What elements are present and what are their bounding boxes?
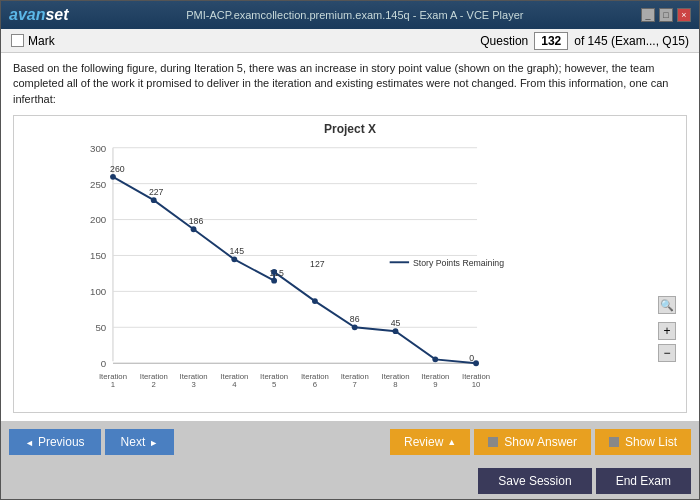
svg-text:7: 7 — [353, 381, 357, 390]
show-list-label: Show List — [625, 435, 677, 449]
svg-point-30 — [312, 298, 318, 304]
previous-button[interactable]: Previous — [9, 429, 101, 455]
question-number-box[interactable]: 132 — [534, 32, 568, 50]
svg-text:5: 5 — [272, 381, 276, 390]
svg-text:9: 9 — [433, 381, 437, 390]
chart-svg: 300 250 200 150 100 50 0 — [16, 138, 608, 410]
svg-point-28 — [271, 278, 277, 284]
window-controls: _ □ × — [641, 8, 691, 22]
question-total: of 145 (Exam..., Q15) — [574, 34, 689, 48]
prev-arrow-icon — [25, 435, 34, 449]
review-arrow-icon: ▲ — [447, 437, 456, 447]
next-label: Next — [121, 435, 146, 449]
next-button[interactable]: Next — [105, 429, 175, 455]
zoom-in-button[interactable]: + — [658, 322, 676, 340]
window-title: PMI-ACP.examcollection.premium.exam.145q… — [69, 9, 641, 21]
show-answer-button[interactable]: Show Answer — [474, 429, 591, 455]
svg-text:Iteration: Iteration — [260, 372, 288, 381]
svg-text:Iteration: Iteration — [220, 372, 248, 381]
zoom-out-button[interactable]: − — [658, 344, 676, 362]
review-button[interactable]: Review ▲ — [390, 429, 470, 455]
svg-text:Iteration: Iteration — [381, 372, 409, 381]
svg-point-33 — [432, 357, 438, 363]
svg-point-24 — [110, 174, 116, 180]
svg-text:6: 6 — [313, 381, 317, 390]
svg-text:3: 3 — [191, 381, 195, 390]
end-exam-button[interactable]: End Exam — [596, 468, 691, 494]
content-area: Based on the following figure, during It… — [1, 53, 699, 421]
app-window: avanset PMI-ACP.examcollection.premium.e… — [0, 0, 700, 500]
minimize-button[interactable]: _ — [641, 8, 655, 22]
svg-text:186: 186 — [189, 217, 204, 227]
bottom-action-bar: Previous Next Review ▲ Show Answer Show … — [1, 421, 699, 463]
zoom-controls: 🔍 + − — [658, 296, 676, 362]
bottom-session-bar: Save Session End Exam — [1, 463, 699, 499]
maximize-button[interactable]: □ — [659, 8, 673, 22]
mark-check[interactable] — [11, 34, 24, 47]
show-list-button[interactable]: Show List — [595, 429, 691, 455]
svg-text:4: 4 — [232, 381, 237, 390]
chart-container: Project X 300 250 200 150 100 — [13, 115, 687, 413]
svg-text:100: 100 — [90, 286, 107, 297]
mark-checkbox[interactable]: Mark — [11, 34, 55, 48]
question-number: 132 — [541, 34, 561, 48]
svg-text:Iteration: Iteration — [140, 372, 168, 381]
svg-point-34 — [473, 360, 479, 366]
show-answer-label: Show Answer — [504, 435, 577, 449]
svg-text:145: 145 — [229, 247, 244, 257]
search-icon[interactable]: 🔍 — [658, 296, 676, 314]
svg-text:260: 260 — [110, 164, 125, 174]
next-arrow-icon — [149, 435, 158, 449]
svg-point-29 — [271, 269, 277, 275]
show-list-icon — [609, 437, 619, 447]
save-session-label: Save Session — [498, 474, 571, 488]
svg-text:0: 0 — [469, 353, 474, 363]
svg-text:0: 0 — [101, 358, 107, 369]
svg-text:2: 2 — [152, 381, 156, 390]
svg-point-25 — [151, 197, 157, 203]
question-text: Based on the following figure, during It… — [13, 61, 687, 107]
svg-point-27 — [231, 257, 237, 263]
svg-text:200: 200 — [90, 215, 107, 226]
svg-text:150: 150 — [90, 251, 107, 262]
close-button[interactable]: × — [677, 8, 691, 22]
svg-point-32 — [393, 328, 399, 334]
svg-text:10: 10 — [472, 381, 481, 390]
svg-text:1: 1 — [111, 381, 115, 390]
mark-label: Mark — [28, 34, 55, 48]
save-session-button[interactable]: Save Session — [478, 468, 591, 494]
svg-text:Iteration: Iteration — [301, 372, 329, 381]
chart-title: Project X — [14, 122, 686, 136]
previous-label: Previous — [38, 435, 85, 449]
svg-point-26 — [191, 227, 197, 233]
svg-text:Story Points Remaining: Story Points Remaining — [413, 258, 504, 268]
question-label: Question — [480, 34, 528, 48]
svg-text:Iteration: Iteration — [180, 372, 208, 381]
svg-text:Iteration: Iteration — [341, 372, 369, 381]
svg-text:8: 8 — [393, 381, 397, 390]
svg-point-31 — [352, 325, 358, 331]
title-bar-left: avanset — [9, 6, 69, 24]
svg-text:86: 86 — [350, 315, 360, 325]
review-label: Review — [404, 435, 443, 449]
svg-text:300: 300 — [90, 143, 107, 154]
end-exam-label: End Exam — [616, 474, 671, 488]
svg-text:250: 250 — [90, 179, 107, 190]
svg-text:127: 127 — [310, 259, 325, 269]
menu-bar: Mark Question 132 of 145 (Exam..., Q15) — [1, 29, 699, 53]
svg-text:Iteration: Iteration — [421, 372, 449, 381]
svg-text:Iteration: Iteration — [99, 372, 127, 381]
show-answer-icon — [488, 437, 498, 447]
app-logo: avanset — [9, 6, 69, 24]
svg-text:45: 45 — [391, 319, 401, 329]
svg-text:227: 227 — [149, 187, 164, 197]
svg-text:50: 50 — [95, 322, 106, 333]
title-bar: avanset PMI-ACP.examcollection.premium.e… — [1, 1, 699, 29]
svg-text:Iteration: Iteration — [462, 372, 490, 381]
question-nav: Question 132 of 145 (Exam..., Q15) — [480, 32, 689, 50]
